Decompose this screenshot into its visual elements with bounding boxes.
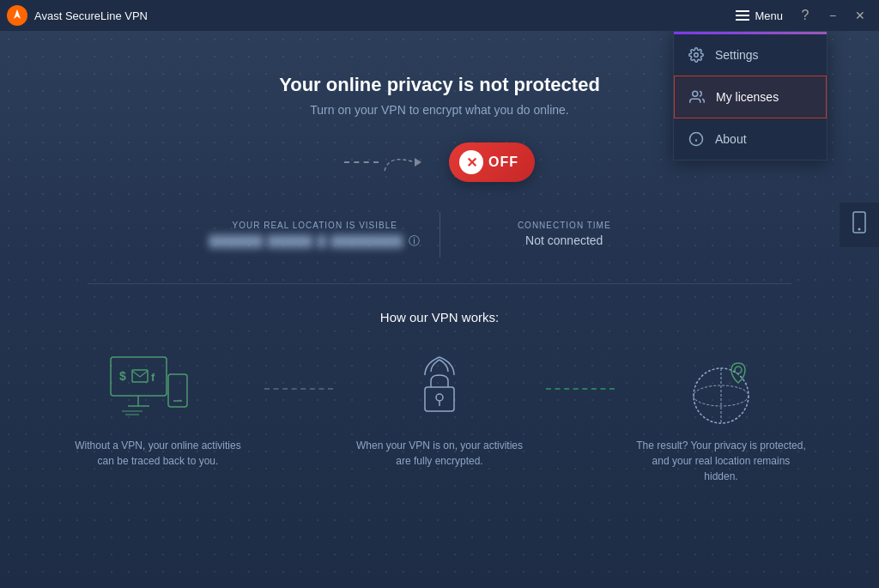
info-circle-icon: ⓘ — [409, 233, 420, 249]
dropdown-menu: Settings My licenses — [673, 31, 827, 161]
svg-text:$: $ — [119, 369, 126, 383]
menu-item-my-licenses[interactable]: My licenses — [674, 76, 827, 118]
gear-icon — [688, 46, 705, 64]
minimize-button[interactable]: − — [821, 5, 845, 26]
menu-label: Menu — [755, 9, 783, 22]
menu-item-settings[interactable]: Settings — [674, 34, 827, 76]
connection-info: CONNECTION TIME Not connected — [440, 212, 689, 258]
step3-icon — [678, 350, 764, 427]
close-button[interactable]: ✕ — [848, 5, 872, 26]
toggle-x-icon: ✕ — [459, 150, 483, 174]
step1-text: Without a VPN, your online activities ca… — [72, 438, 244, 469]
menu-item-about-label: About — [715, 132, 747, 146]
connection-label: CONNECTION TIME — [458, 221, 672, 230]
info-icon — [688, 130, 705, 148]
section-divider — [88, 283, 791, 284]
location-label: YOUR REAL LOCATION IS VISIBLE — [208, 221, 422, 230]
step-connector-1 — [264, 350, 333, 390]
svg-point-25 — [735, 367, 742, 373]
minimize-icon: − — [829, 9, 836, 22]
step3-text: The result? Your privacy is protected, a… — [635, 438, 807, 484]
vpn-steps: $ f Without a VPN, your online — [52, 350, 827, 484]
title-bar-controls: Menu ? − ✕ — [729, 3, 872, 27]
vpn-step-3: The result? Your privacy is protected, a… — [615, 350, 827, 484]
svg-rect-19 — [425, 387, 454, 411]
info-bar: YOUR REAL LOCATION IS VISIBLE ██████ ███… — [191, 212, 688, 258]
vpn-works-title: How our VPN works: — [52, 310, 827, 324]
connection-value: Not connected — [458, 233, 672, 247]
svg-marker-8 — [415, 158, 421, 167]
menu-button[interactable]: Menu — [729, 6, 790, 26]
help-icon: ? — [802, 8, 809, 23]
svg-point-1 — [694, 53, 699, 58]
menu-icon — [736, 10, 749, 21]
svg-text:f: f — [151, 371, 155, 384]
help-button[interactable]: ? — [793, 3, 817, 27]
vpn-step-2: When your VPN is on, your activities are… — [333, 350, 546, 469]
menu-item-licenses-label: My licenses — [716, 90, 779, 104]
avast-logo-icon — [7, 5, 27, 26]
app-title: Avast SecureLine VPN — [34, 9, 148, 22]
close-icon: ✕ — [855, 9, 865, 22]
menu-item-settings-label: Settings — [715, 48, 759, 62]
dashed-arrow-icon — [344, 149, 432, 175]
vpn-step-1: $ f Without a VPN, your online — [52, 350, 264, 469]
location-value: ██████ █████ █ ████████ ⓘ — [208, 233, 422, 249]
menu-item-about[interactable]: About — [674, 118, 827, 160]
step2-icon — [401, 350, 478, 427]
step1-icon: $ f — [106, 350, 209, 427]
vpn-works-section: How our VPN works: $ — [0, 310, 879, 484]
svg-point-20 — [436, 394, 443, 401]
svg-rect-15 — [168, 374, 187, 407]
toggle-label: OFF — [488, 155, 518, 170]
title-bar: Avast SecureLine VPN Menu ? − ✕ — [0, 0, 879, 31]
svg-rect-13 — [132, 370, 148, 382]
svg-point-2 — [693, 91, 698, 96]
step-connector-2 — [546, 350, 615, 390]
person-icon — [688, 88, 706, 106]
title-bar-left: Avast SecureLine VPN — [7, 5, 148, 26]
step2-text: When your VPN is on, your activities are… — [354, 438, 525, 469]
location-info: YOUR REAL LOCATION IS VISIBLE ██████ ███… — [191, 212, 440, 258]
location-blurred-value: ██████ █████ █ ████████ — [209, 235, 403, 247]
main-content: Settings My licenses — [0, 31, 879, 588]
vpn-toggle-button[interactable]: ✕ OFF — [449, 142, 535, 182]
